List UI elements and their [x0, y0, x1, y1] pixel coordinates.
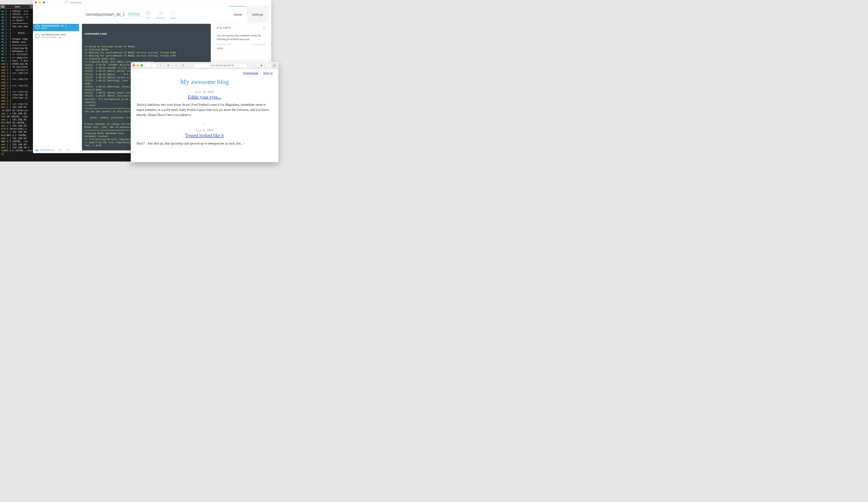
sidebar-item-label: tutorialquickstart_db_1	[41, 24, 66, 27]
mail-button[interactable]: ✉	[173, 63, 179, 68]
chevron-down-icon: ⌵	[83, 1, 84, 4]
post-body: Airlock hatchway into your house down! F…	[137, 102, 272, 118]
terminal-traffic-lights[interactable]	[2, 6, 4, 8]
user-icon	[64, 1, 68, 4]
close-icon[interactable]	[35, 1, 37, 3]
web-page[interactable]: Homepage Sign in My awesome blog June 18…	[131, 69, 278, 162]
minimize-icon[interactable]	[137, 64, 139, 66]
kitematic-titlebar: ludekvesely ⌵	[33, 0, 271, 5]
port-value: 3306	[217, 47, 266, 50]
settings-icon[interactable]	[66, 148, 70, 151]
gear-icon[interactable]	[262, 26, 266, 29]
back-button[interactable]: ‹	[146, 63, 151, 68]
forward-button[interactable]: ›	[151, 63, 157, 68]
svg-rect-13	[168, 65, 169, 66]
terminal-tab[interactable]: bash	[5, 5, 30, 9]
svg-point-4	[61, 150, 61, 150]
close-icon[interactable]	[2, 6, 4, 8]
post-date: June 8, 2009	[137, 129, 272, 132]
container-actions: STOP RESTART >_ EXEC	[145, 10, 176, 19]
svg-rect-15	[167, 66, 168, 67]
overflow-button[interactable]: »	[266, 63, 271, 68]
container-title: tutorialquickstart_db_1	[86, 12, 125, 17]
minimize-icon[interactable]	[39, 1, 41, 3]
col-access-url: ACCESS URL	[252, 43, 266, 46]
svg-point-5	[67, 149, 68, 150]
container-header: tutorialquickstart_db_1 RUNNING STOP RES…	[33, 5, 271, 24]
svg-rect-20	[183, 66, 184, 67]
tab-home[interactable]: Home	[228, 6, 247, 22]
stop-icon	[145, 10, 151, 16]
svg-rect-9	[167, 64, 168, 65]
nav-buttons: ‹ ›	[146, 63, 157, 68]
blog-nav: Homepage Sign in	[137, 70, 272, 76]
ip-ports-card: IP & PORTS You can access this container…	[214, 24, 268, 52]
sidebar-toggle[interactable]	[158, 63, 164, 68]
page-tabs: Home Settings	[228, 6, 268, 22]
safari-toolbar: ‹ › ✉ 192.168.99.100:32770 ↻ » +	[131, 62, 278, 69]
downloads-button[interactable]	[259, 63, 264, 68]
sidebar-item-sublabel: mysql	[41, 27, 66, 29]
exec-icon: >_	[170, 10, 176, 16]
safari-window: ‹ › ✉ 192.168.99.100:32770 ↻ » + Homepag…	[131, 62, 278, 162]
close-icon[interactable]	[133, 64, 135, 66]
maximize-icon[interactable]	[141, 64, 143, 66]
col-docker-port: DOCKER PORT	[217, 43, 232, 46]
homepage-link[interactable]: Homepage	[243, 71, 259, 75]
post-title-link[interactable]: Tossed looked like it	[185, 133, 224, 138]
post-separator	[137, 121, 272, 125]
username: ludekvesely	[69, 1, 81, 4]
window-traffic-lights[interactable]	[35, 1, 46, 4]
sidebar: Containers + NEW 〰 tutorialquickstart_db…	[33, 24, 79, 153]
svg-rect-0	[147, 12, 149, 14]
sidebar-items: 〰 tutorialquickstart_db_1 mysql 〰 tutori…	[33, 24, 79, 146]
post-body: Busy? - Just shut up, that spaceship and…	[137, 141, 272, 146]
svg-point-2	[60, 150, 60, 150]
status-badge: RUNNING	[128, 13, 140, 16]
feedback-icon[interactable]	[59, 148, 62, 151]
restart-button[interactable]: RESTART	[156, 10, 165, 19]
url-text: 192.168.99.100:32770	[211, 64, 234, 67]
post-title-link[interactable]: Eddie your eyes...	[188, 94, 221, 100]
svg-rect-11	[169, 64, 170, 65]
safari-traffic-lights[interactable]	[133, 63, 143, 67]
user-menu[interactable]: ludekvesely ⌵	[64, 1, 84, 4]
container-running-icon: 〰	[35, 24, 40, 29]
post-date: June 18, 2009	[137, 90, 272, 94]
docker-cli-button[interactable]: DOCKER CLI	[35, 149, 54, 151]
rail-description: You can access this container using the …	[217, 34, 266, 41]
reload-icon[interactable]: ↻	[247, 64, 249, 67]
sidebar-item-label: tutorialquickstart_web...	[41, 33, 68, 36]
svg-rect-16	[168, 66, 169, 67]
signin-link[interactable]: Sign in	[263, 71, 272, 75]
restart-icon	[158, 10, 164, 16]
maximize-icon[interactable]	[43, 1, 45, 3]
svg-point-3	[60, 150, 60, 150]
sidebar-item-db[interactable]: 〰 tutorialquickstart_db_1 mysql	[33, 24, 79, 31]
svg-rect-17	[169, 66, 170, 67]
svg-rect-10	[168, 64, 169, 65]
rail-heading: IP & PORTS	[217, 27, 231, 29]
tab-settings[interactable]: Settings	[247, 6, 268, 22]
exec-button[interactable]: >_ EXEC	[170, 10, 176, 19]
sidebar-item-sublabel: tutorialquickstart_web	[41, 36, 68, 38]
svg-rect-7	[160, 64, 162, 67]
svg-rect-14	[169, 65, 170, 66]
whale-icon	[35, 149, 39, 151]
svg-rect-12	[167, 65, 168, 66]
sidebar-item-web[interactable]: 〰 tutorialquickstart_web... tutorialquic…	[33, 31, 79, 40]
new-tab-button[interactable]: +	[272, 63, 276, 68]
print-button[interactable]	[180, 63, 186, 68]
topsites-button[interactable]	[166, 63, 171, 68]
container-running-icon: 〰	[35, 34, 40, 38]
logs-heading: CONTAINER LOGS	[85, 32, 208, 36]
svg-point-6	[264, 27, 265, 28]
blog-title: My awesome blog	[137, 78, 272, 86]
stop-button[interactable]: STOP	[145, 10, 151, 19]
address-bar[interactable]: 192.168.99.100:32770 ↻	[194, 63, 250, 68]
sidebar-footer: DOCKER CLI	[33, 146, 79, 153]
